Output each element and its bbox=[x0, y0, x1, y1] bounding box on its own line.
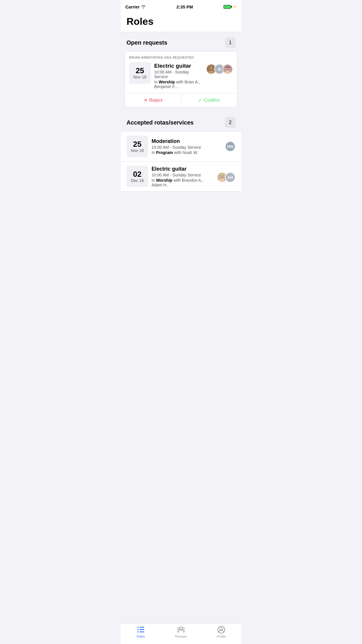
request-date-box: 25 Nov 18 bbox=[129, 62, 151, 84]
battery-icon bbox=[224, 5, 231, 9]
wifi-icon bbox=[141, 5, 146, 8]
confirm-check-icon: ✓ bbox=[198, 97, 202, 103]
list-item-date-day-1: 25 bbox=[133, 140, 142, 148]
action-buttons: ✕ Reject ✓ Confirm bbox=[125, 93, 237, 107]
avatar-ah: AH bbox=[225, 172, 236, 183]
page-title: Roles bbox=[126, 16, 236, 27]
list-item-avatars-2: AH bbox=[217, 172, 236, 183]
list-item-title-2: Electric guitar bbox=[152, 166, 213, 172]
list-item-time-2: 10:00 AM - Sunday Service bbox=[152, 173, 213, 177]
list-item-time-1: 10:00 AM - Sunday Service bbox=[152, 145, 224, 150]
accepted-rotas-section-header: Accepted rotas/services 2 bbox=[121, 112, 241, 131]
request-label: BRIAN ARMSTRONG HAS REQUESTED bbox=[129, 56, 233, 59]
list-item-info-2: Electric guitar 10:00 AM - Sunday Servic… bbox=[152, 166, 213, 187]
reject-button[interactable]: ✕ Reject bbox=[125, 93, 181, 107]
svg-point-14 bbox=[223, 176, 224, 177]
page-header: Roles bbox=[121, 13, 241, 32]
request-time: 10:00 AM - Sunday Service bbox=[154, 70, 203, 79]
svg-point-13 bbox=[221, 176, 222, 177]
request-role-name: Electric guitar bbox=[154, 63, 203, 69]
accepted-rotas-badge: 2 bbox=[225, 117, 236, 128]
accepted-rotas-title: Accepted rotas/services bbox=[126, 119, 194, 126]
status-bar: Carrier 2:35 PM ⚡ bbox=[121, 0, 241, 13]
content-area: Open requests 1 BRIAN ARMSTRONG HAS REQU… bbox=[121, 32, 241, 215]
request-date-day: 25 bbox=[136, 66, 144, 75]
request-info: Electric guitar 10:00 AM - Sunday Servic… bbox=[154, 62, 203, 89]
svg-point-4 bbox=[212, 67, 213, 69]
list-item[interactable]: 25 Nov 18 Moderation 10:00 AM - Sunday S… bbox=[121, 132, 241, 162]
request-avatars: B bbox=[206, 64, 233, 74]
svg-point-3 bbox=[210, 67, 211, 69]
reject-label: Reject bbox=[149, 98, 162, 103]
request-location: In Worship with Brian A., Benjamin F.... bbox=[154, 80, 203, 89]
list-item-info-1: Moderation 10:00 AM - Sunday Service In … bbox=[152, 138, 224, 155]
open-requests-section-header: Open requests 1 bbox=[121, 32, 241, 51]
charging-icon: ⚡ bbox=[233, 5, 237, 9]
request-card: BRIAN ARMSTRONG HAS REQUESTED 25 Nov 18 … bbox=[125, 51, 237, 107]
list-item-date-month-2: Dec 18 bbox=[131, 178, 144, 183]
avatar-nw: NW bbox=[225, 141, 236, 152]
confirm-button[interactable]: ✓ Confirm bbox=[181, 93, 237, 107]
avatar-woman-svg bbox=[223, 64, 232, 74]
list-item-2[interactable]: 02 Dec 18 Electric guitar 10:00 AM - Sun… bbox=[121, 162, 241, 191]
list-item-date-box-2: 02 Dec 18 bbox=[126, 166, 148, 187]
open-requests-title: Open requests bbox=[126, 39, 167, 46]
list-item-location-2: In Worship with Brandon A., Adam H. bbox=[152, 178, 213, 187]
list-item-title-1: Moderation bbox=[152, 138, 224, 144]
carrier-label: Carrier bbox=[125, 4, 146, 9]
list-item-date-day-2: 02 bbox=[133, 170, 142, 178]
list-item-location-1: In Program with Noah W. bbox=[152, 150, 224, 155]
request-date-month: Nov 18 bbox=[133, 75, 146, 79]
battery-area: ⚡ bbox=[224, 5, 237, 9]
accepted-rotas-list: 25 Nov 18 Moderation 10:00 AM - Sunday S… bbox=[121, 131, 241, 192]
status-time: 2:35 PM bbox=[176, 4, 193, 9]
request-row: 25 Nov 18 Electric guitar 10:00 AM - Sun… bbox=[129, 62, 233, 89]
confirm-label: Confirm bbox=[204, 98, 220, 103]
list-item-date-month-1: Nov 18 bbox=[131, 148, 144, 153]
list-item-date-box-1: 25 Nov 18 bbox=[126, 136, 148, 157]
open-requests-badge: 1 bbox=[225, 37, 236, 48]
avatar-woman bbox=[222, 64, 233, 74]
reject-x-icon: ✕ bbox=[144, 97, 147, 103]
